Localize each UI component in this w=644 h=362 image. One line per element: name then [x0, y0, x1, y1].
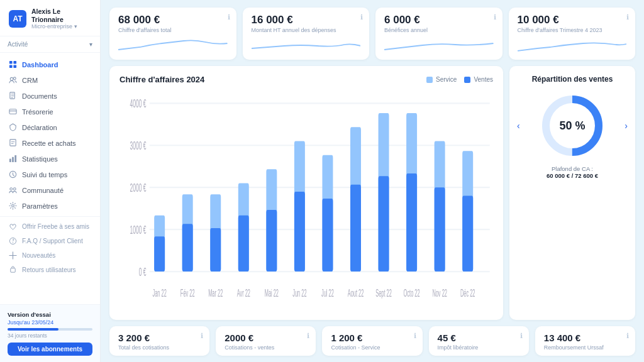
bottom-kpi-info-icon-2[interactable]: ℹ [414, 332, 416, 340]
svg-rect-8 [10, 140, 16, 146]
kpi-sparkline-0 [118, 36, 228, 56]
kpi-label-2: Bénéfices annuel [384, 27, 494, 33]
chart-legend: Service Ventes [426, 76, 493, 83]
svg-rect-45 [379, 176, 389, 272]
sidebar-item-communaute[interactable]: Communauté [0, 182, 100, 198]
svg-point-13 [10, 188, 13, 190]
bottom-kpi-card-1: ℹ 2000 € Cotisations - ventes [216, 326, 316, 356]
bottom-kpi-card-4: ℹ 13 400 € Remboursement Urssaf [535, 326, 635, 356]
sidebar-item-label: Communauté [22, 187, 64, 194]
donut-caption: Plafond de CA : 60 000 € / 72 600 € [547, 165, 598, 179]
svg-point-4 [10, 78, 13, 81]
svg-rect-49 [435, 187, 445, 272]
sidebar-footer: Version d'essai Jusqu'au 23/05/24 34 jou… [0, 304, 100, 362]
chart-title: Chiffre d'affaires 2024 [119, 75, 204, 84]
sidebar-item-label: Déclaration [22, 124, 57, 131]
sidebar-item-recette[interactable]: Recette et achats [0, 135, 100, 151]
svg-text:1000 €: 1000 € [130, 223, 146, 236]
kpi-value-0: 68 000 € [118, 14, 228, 26]
kpi-row: ℹ 68 000 € Chiffre d'affaires total ℹ 16… [109, 8, 635, 60]
svg-text:0 €: 0 € [139, 265, 147, 278]
kpi-card-2: ℹ 6 000 € Bénéfices annuel [375, 8, 502, 60]
kpi-info-icon-3[interactable]: ℹ [626, 13, 629, 21]
trial-progress-bg [8, 328, 92, 331]
bottom-kpi-label-0: Total des cotisations [118, 344, 201, 351]
sidebar-item-documents[interactable]: Documents [0, 88, 100, 104]
main-content: ℹ 68 000 € Chiffre d'affaires total ℹ 16… [101, 0, 644, 362]
svg-rect-39 [294, 192, 305, 272]
sidebar-item-label: Documents [22, 92, 57, 100]
app-type: Micro-entreprise ▾ [31, 23, 91, 30]
bottom-kpi-value-3: 45 € [438, 332, 520, 343]
app-logo-icon: AT [9, 10, 26, 28]
svg-text:Jun 22: Jun 22 [292, 288, 306, 299]
svg-point-14 [13, 188, 16, 190]
kpi-label-1: Montant HT annuel des dépenses [252, 27, 361, 33]
svg-text:3000 €: 3000 € [130, 139, 146, 151]
bottom-kpi-info-icon-3[interactable]: ℹ [520, 332, 523, 340]
bottom-kpi-info-icon-4[interactable]: ℹ [626, 332, 629, 340]
bottom-kpi-label-2: Cotisation - Service [331, 344, 413, 351]
trial-progress-fill [8, 328, 58, 331]
bottom-kpi-value-2: 1 200 € [331, 332, 413, 343]
kpi-info-icon-2[interactable]: ℹ [494, 13, 496, 21]
bottom-kpi-value-1: 2000 € [225, 332, 307, 343]
svg-rect-10 [12, 157, 14, 162]
svg-text:4000 €: 4000 € [130, 97, 146, 109]
kpi-value-3: 10 000 € [518, 14, 627, 26]
donut-center-value: 50 % [559, 119, 585, 133]
donut-prev-button[interactable]: ‹ [517, 121, 520, 131]
svg-text:Mai 22: Mai 22 [265, 288, 279, 299]
bottom-kpi-value-0: 3 200 € [118, 332, 201, 343]
sidebar-item-label: CRM [22, 77, 38, 84]
bar-chart-card: Chiffre d'affaires 2024 Service Ventes [109, 66, 503, 320]
bottom-kpi-info-icon-0[interactable]: ℹ [201, 332, 203, 340]
svg-text:Octo 22: Octo 22 [404, 288, 420, 299]
sidebar-item-faq[interactable]: F.A.Q / Support Client [0, 234, 100, 248]
kpi-card-1: ℹ 16 000 € Montant HT annuel des dépense… [243, 8, 370, 60]
sidebar-item-label: Paramètres [22, 202, 58, 210]
donut-nav: ‹ 50 % › [517, 91, 628, 160]
kpi-card-0: ℹ 68 000 € Chiffre d'affaires total [109, 8, 236, 60]
subscribe-button[interactable]: Voir les abonnements [8, 343, 92, 356]
kpi-info-icon-1[interactable]: ℹ [360, 13, 363, 21]
bottom-kpi-card-2: ℹ 1 200 € Cotisation - Service [322, 326, 422, 356]
sidebar-item-label: Dashboard [22, 61, 58, 69]
sidebar-item-offrir[interactable]: Offrir Freebe à ses amis [0, 219, 100, 234]
svg-text:2000 €: 2000 € [130, 181, 146, 194]
donut-chart: 50 % [538, 91, 607, 160]
donut-card: Répartition des ventes ‹ 50 % › Plafond … [509, 66, 635, 320]
svg-rect-31 [182, 224, 193, 272]
sidebar-item-label: Trésorerie [22, 108, 53, 116]
svg-point-15 [12, 205, 14, 207]
donut-next-button[interactable]: › [625, 121, 628, 131]
chart-header: Chiffre d'affaires 2024 Service Ventes [119, 75, 493, 84]
svg-rect-2 [9, 65, 13, 69]
activity-dropdown[interactable]: Activité ▾ [0, 36, 100, 53]
sidebar: AT Alexis Le Trionnaire Micro-entreprise… [0, 0, 101, 362]
svg-rect-29 [154, 236, 165, 272]
app-name: Alexis Le Trionnaire [31, 8, 91, 23]
bottom-kpi-value-4: 13 400 € [544, 332, 626, 343]
kpi-info-icon-0[interactable]: ℹ [228, 13, 230, 21]
kpi-label-0: Chiffre d'affaires total [118, 27, 228, 33]
sidebar-item-label: Suivi du temps [22, 171, 67, 178]
sidebar-item-nouveautes[interactable]: Nouveautés [0, 248, 100, 263]
svg-rect-17 [11, 268, 15, 273]
sidebar-item-suivi[interactable]: Suivi du temps [0, 167, 100, 182]
bar-chart-area: 4000 € 3000 € 2000 € 1000 € 0 € [119, 89, 493, 314]
sidebar-item-parametres[interactable]: Paramètres [0, 198, 100, 214]
svg-rect-41 [322, 199, 333, 272]
sidebar-item-label: Recette et achats [22, 140, 76, 147]
sidebar-item-retours[interactable]: Retours utilisateurs [0, 263, 100, 277]
sidebar-item-statistiques[interactable]: Statistiques [0, 151, 100, 167]
svg-text:Aout 22: Aout 22 [348, 288, 364, 299]
sidebar-item-dashboard[interactable]: Dashboard [0, 57, 100, 72]
sidebar-item-declaration[interactable]: Déclaration [0, 119, 100, 135]
sidebar-item-crm[interactable]: CRM [0, 72, 100, 88]
sidebar-item-tresorerie[interactable]: Trésorerie [0, 104, 100, 119]
legend-dot-ventes [464, 77, 470, 83]
svg-rect-33 [210, 228, 221, 272]
svg-rect-9 [9, 159, 11, 163]
bottom-kpi-info-icon-1[interactable]: ℹ [307, 332, 309, 340]
